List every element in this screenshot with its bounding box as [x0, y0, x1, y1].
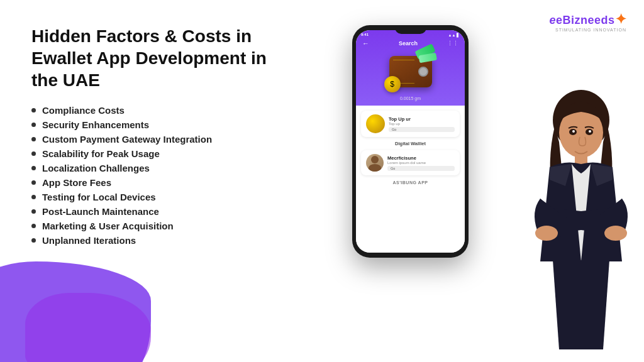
phone-back-arrow[interactable]: ← [362, 40, 369, 47]
phone-search-label: Search [399, 40, 418, 47]
list-item: Custom Payment Gateway Integration [31, 134, 333, 145]
left-panel: Hidden Factors & Costs in Ewallet App De… [31, 19, 333, 349]
list-item: App Store Fees [31, 177, 333, 188]
list-item: Localization Challenges [31, 163, 333, 173]
phone-screen: 9:41 ▲▲ ▋ ← Search ⋮⋮ [356, 30, 465, 253]
svg-point-4 [604, 226, 627, 241]
card-user-text: Mecrficisune Lorem ipsum dol uame Go [387, 155, 455, 171]
money-bills [416, 47, 435, 65]
card-user-btn[interactable]: Go [387, 166, 455, 171]
list-item: Testing for Local Devices [31, 192, 333, 202]
main-content: Hidden Factors & Costs in Ewallet App De… [0, 0, 644, 362]
person-svg [512, 85, 644, 349]
avatar-head [371, 156, 379, 163]
phone-nav-bar: ← Search ⋮⋮ [356, 37, 465, 50]
wallet-amount: 0.0015 gm [356, 96, 465, 101]
logo: eeBizneeds✦ Stimulating Innovation [549, 11, 626, 32]
card-topup-title: Top Up ur [389, 116, 455, 122]
svg-point-8 [589, 130, 591, 133]
bullet-dot [31, 151, 36, 156]
phone-mockup: 9:41 ▲▲ ▋ ← Search ⋮⋮ [352, 25, 469, 258]
bullet-dot [31, 238, 36, 243]
digital-wallet-label: Digital Walllet [361, 141, 460, 146]
phone-app-label: As'ibung APP [361, 180, 460, 185]
bullet-dot [31, 137, 36, 141]
wallet-clasp [418, 67, 428, 77]
list-item: Marketing & User Acquisition [31, 221, 333, 231]
logo-dot: ✦ [615, 11, 627, 27]
phone-time: 9:41 [361, 33, 369, 37]
bullet-dot [31, 195, 36, 199]
phone-bottom-section: Top Up ur Top up Go Digital Walllet [356, 106, 465, 253]
coin-icon [366, 114, 385, 133]
list-item: Unplanned Iterations [31, 235, 333, 246]
right-panel: 9:41 ▲▲ ▋ ← Search ⋮⋮ [333, 19, 644, 349]
avatar-body [369, 164, 381, 172]
bullet-dot [31, 224, 36, 228]
phone-card-user: Mecrficisune Lorem ipsum dol uame Go [361, 150, 460, 175]
bullet-list: Compliance Costs Security Enhancements C… [31, 105, 333, 246]
card-topup-text: Top Up ur Top up Go [389, 116, 455, 132]
list-item: Compliance Costs [31, 105, 333, 116]
bullet-dot [31, 209, 36, 214]
phone-body: 9:41 ▲▲ ▋ ← Search ⋮⋮ [352, 25, 469, 258]
svg-point-7 [572, 130, 575, 133]
bullet-dot [31, 108, 36, 112]
page-title: Hidden Factors & Costs in Ewallet App De… [31, 25, 296, 91]
logo-text: eeBizneeds✦ [549, 11, 626, 28]
logo-accent: e [549, 14, 556, 26]
logo-tagline: Stimulating Innovation [555, 28, 626, 32]
list-item: Post-Launch Maintenance [31, 206, 333, 217]
card-user-title: Mecrficisune [387, 155, 455, 161]
card-topup-btn[interactable]: Go [389, 127, 455, 132]
card-topup-sub: Top up [389, 122, 455, 126]
person-image [512, 85, 644, 349]
svg-point-3 [535, 226, 558, 241]
wallet-coin: $ [384, 76, 401, 92]
phone-menu-icon[interactable]: ⋮⋮ [447, 40, 458, 47]
bullet-dot [31, 123, 36, 127]
list-item: Scalability for Peak Usage [31, 148, 333, 159]
phone-signal-icons: ▲▲ ▋ [448, 33, 460, 37]
bullet-dot [31, 166, 36, 170]
phone-purple-section: 9:41 ▲▲ ▋ ← Search ⋮⋮ [356, 30, 465, 106]
wallet-stitch [393, 60, 414, 60]
wallet-area: $ [356, 52, 465, 87]
list-item: Security Enhancements [31, 119, 333, 130]
user-avatar [366, 154, 384, 172]
phone-card-topup: Top Up ur Top up Go [361, 111, 460, 137]
phone-notch [395, 25, 426, 34]
card-user-sub: Lorem ipsum dol uame [387, 161, 455, 165]
bullet-dot [31, 180, 36, 185]
